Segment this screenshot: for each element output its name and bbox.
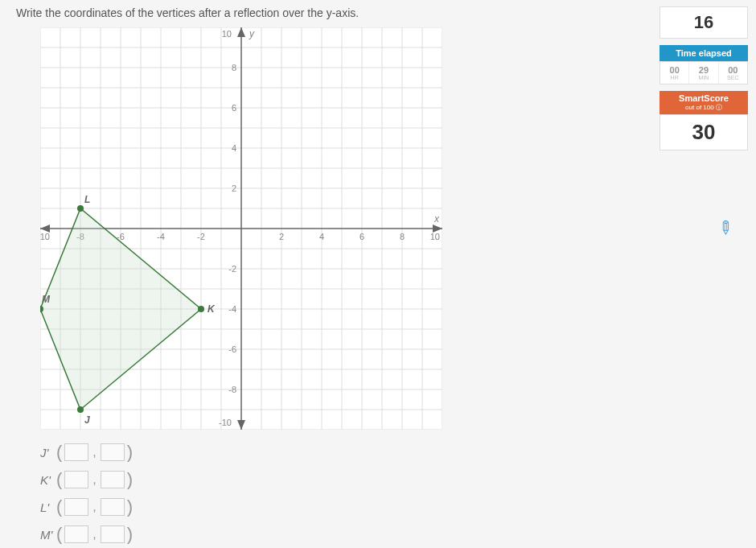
answer-row-m: M' ( , ) [40,524,635,545]
time-sec: 00 [719,65,747,75]
answer-k-x[interactable] [64,471,88,488]
tick-y-n2: -2 [228,264,236,274]
answer-l-y[interactable] [101,498,125,516]
tick-y-10: 10 [222,29,232,39]
question-text: Write the coordinates of the vertices af… [16,6,635,19]
time-min: 29 [689,65,717,75]
answer-label-j: J' [40,446,55,459]
tick-y-2: 2 [232,183,236,193]
time-elapsed-header: Time elapsed [659,45,748,61]
tick-x-n2: -2 [197,232,205,241]
answer-k-y[interactable] [101,471,125,488]
x-axis-label: x [433,213,440,225]
tick-y-6: 6 [232,103,236,113]
answer-label-l: L' [40,501,55,514]
tick-y-4: 4 [232,143,236,153]
answer-label-k: K' [40,473,55,487]
answer-j-y[interactable] [101,443,125,461]
coordinate-graph[interactable]: y x -10 -8 -6 -4 -2 2 4 6 8 10 10 8 6 4 … [40,27,442,430]
answer-row-l: L' ( , ) [40,496,635,517]
tick-x-8: 8 [400,232,405,241]
y-arrow-down [237,420,245,430]
time-elapsed-body: 00HR 29MIN 00SEC [659,61,748,84]
answer-j-x[interactable] [64,443,88,461]
smartscore-header: SmartScore out of 100 ⓘ [659,91,748,114]
answer-m-x[interactable] [64,525,88,543]
vertex-label-l: L [84,194,90,205]
answer-row-k: K' ( , ) [40,469,635,490]
question-number: 16 [659,6,748,39]
vertex-label-k: K [207,303,216,315]
smartscore-value: 30 [659,114,748,150]
tick-y-8: 8 [232,63,236,72]
tick-x-4: 4 [319,232,324,241]
tick-y-n8: -8 [228,385,236,394]
answer-l-x[interactable] [64,498,88,516]
vertex-label-m: M [42,294,51,305]
answer-label-m: M' [40,528,55,542]
tick-x-n10: -10 [40,232,50,241]
time-hr: 00 [660,65,688,75]
tick-y-n6: -6 [228,344,236,354]
y-axis-label: y [249,28,255,39]
sidebar: 16 Time elapsed 00HR 29MIN 00SEC SmartSc… [659,6,748,150]
vertex-label-j: J [84,414,90,426]
tick-y-n10: -10 [219,418,232,427]
tick-x-2: 2 [279,232,284,241]
vertex-j[interactable] [77,406,84,413]
vertex-k[interactable] [198,306,204,312]
pencil-icon[interactable]: ✎ [712,215,737,240]
y-arrow-up [237,27,245,37]
answer-row-j: J' ( , ) [40,442,635,463]
answer-section: J' ( , ) K' ( , ) L' ( , ) M' ( , [40,442,635,545]
vertex-l[interactable] [77,205,84,212]
tick-x-6: 6 [360,232,364,241]
tick-y-n4: -4 [228,304,236,314]
tick-x-n4: -4 [157,232,165,241]
answer-m-y[interactable] [101,525,125,543]
tick-x-10: 10 [430,232,440,241]
